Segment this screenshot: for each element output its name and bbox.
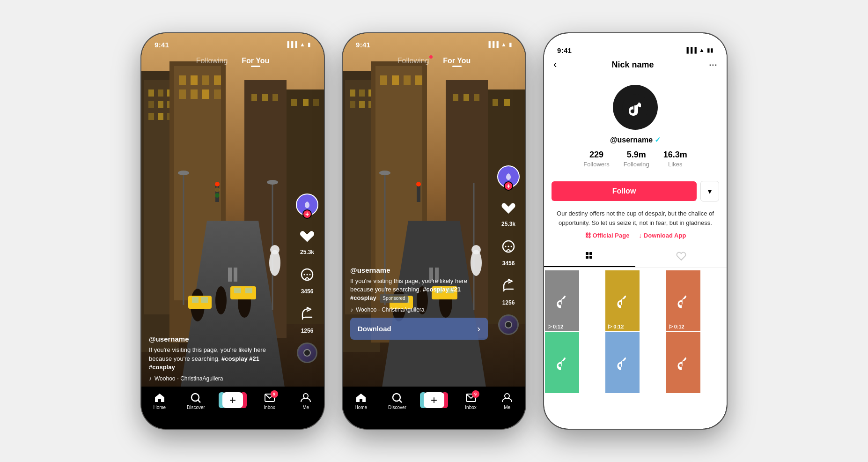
status-bar-3: 9:41 ▐▐▐ ▲ ▮▮	[544, 40, 727, 60]
nav-discover-2[interactable]: Discover	[385, 392, 409, 410]
svg-point-96	[416, 182, 421, 186]
official-page-text: Official Page	[593, 232, 630, 239]
svg-rect-67	[350, 101, 355, 108]
tab-following-1[interactable]: Following	[196, 57, 228, 65]
tab-foryou-2[interactable]: For You	[443, 57, 471, 65]
comment-icon-1	[296, 264, 318, 286]
svg-rect-10	[158, 113, 163, 120]
svg-point-54	[304, 274, 305, 276]
tab-foryou-1[interactable]: For You	[242, 57, 269, 65]
status-time-2: 9:41	[356, 41, 370, 49]
share-action-2[interactable]: 1256	[497, 275, 520, 306]
nav-inbox-2[interactable]: 9 Inbox	[459, 392, 483, 410]
phone-2: 9:41 ▐▐▐ ▲ ▮ Following For You	[343, 33, 525, 429]
video-thumb-4[interactable]	[545, 332, 579, 393]
nav-inbox-1[interactable]: 9 Inbox	[258, 392, 281, 410]
nav-discover-1[interactable]: Discover	[184, 392, 207, 410]
svg-rect-112	[586, 252, 588, 255]
svg-rect-28	[303, 99, 309, 106]
svg-rect-21	[214, 89, 221, 99]
nav-me-1[interactable]: Me	[294, 392, 317, 410]
svg-point-101	[471, 245, 481, 254]
tab-following-2[interactable]: Following	[397, 57, 429, 65]
bottom-nav-2: Home Discover + 9 Inbox	[343, 387, 525, 429]
like-action-1[interactable]: 25.3k	[296, 224, 318, 255]
home-icon-2	[355, 392, 367, 403]
following-label: Following	[624, 161, 649, 168]
svg-rect-75	[415, 75, 422, 85]
video-duration-2: ▷ 0:12	[608, 323, 624, 329]
tiktok-thumb-icon-5	[613, 353, 632, 372]
svg-rect-79	[463, 94, 469, 101]
svg-rect-18	[179, 89, 186, 99]
stat-followers: 229 Followers	[583, 150, 610, 168]
me-icon-2	[501, 392, 513, 403]
video-thumb-1[interactable]: ▷ 0:12	[545, 270, 579, 331]
svg-rect-9	[148, 113, 154, 120]
creator-avatar-1[interactable]: +	[296, 194, 318, 216]
me-icon-1	[300, 392, 311, 403]
share-count-2: 1256	[502, 299, 515, 306]
svg-rect-29	[313, 99, 319, 106]
comment-action-2[interactable]: 3456	[497, 236, 520, 267]
svg-point-45	[215, 193, 220, 198]
creator-avatar-2[interactable]: +	[497, 165, 520, 188]
svg-point-57	[191, 394, 199, 401]
svg-point-105	[508, 246, 509, 247]
right-actions-1: + 25.3k	[296, 194, 318, 363]
music-note-icon-1: ♪	[149, 375, 152, 382]
tab-liked[interactable]	[635, 246, 727, 267]
nav-home-label-2: Home	[354, 405, 367, 410]
svg-point-56	[309, 274, 311, 276]
battery-icon-3: ▮▮	[707, 47, 714, 53]
nav-home-2[interactable]: Home	[349, 392, 373, 410]
download-banner-2[interactable]: Download ›	[350, 318, 488, 340]
discover-icon-1	[190, 392, 201, 403]
svg-point-60	[303, 394, 308, 398]
video-username-2[interactable]: @username	[350, 266, 488, 274]
nav-tabs-1: Following For You	[141, 57, 324, 65]
links-row: ⛓ Official Page ↓ Download App	[544, 232, 727, 239]
svg-point-47	[178, 171, 189, 175]
svg-rect-80	[474, 94, 479, 101]
like-action-2[interactable]: 25.3k	[497, 196, 520, 227]
video-username-1[interactable]: @username	[149, 335, 287, 343]
nav-home-1[interactable]: Home	[148, 392, 171, 410]
svg-point-104	[505, 246, 507, 247]
download-arrow-2: ›	[477, 323, 480, 334]
nav-plus-1[interactable]: +	[221, 392, 245, 408]
video-caption-1: If you're visiting this page, you're lik…	[149, 346, 287, 372]
right-actions-2: + 25.3k	[497, 165, 520, 335]
tab-videos[interactable]	[544, 246, 635, 267]
bottom-nav-1: Home Discover + 9 Inbox	[141, 387, 324, 429]
bottom-info-2: @username If you're visiting this page, …	[350, 266, 488, 340]
videos-tab-icon	[585, 251, 595, 261]
music-row-2: ♪ Woohoo - ChristinaAguilera	[350, 306, 488, 313]
svg-rect-115	[589, 256, 592, 259]
svg-rect-14	[179, 75, 186, 85]
video-thumb-6[interactable]	[666, 332, 700, 393]
music-disc-2	[498, 314, 519, 335]
svg-rect-16	[202, 75, 209, 85]
inbox-badge-dot-2: 9	[472, 390, 479, 398]
video-thumb-2[interactable]: ▷ 0:12	[605, 270, 640, 331]
svg-point-55	[307, 274, 308, 276]
video-thumb-3[interactable]: ▷ 0:12	[666, 270, 700, 331]
svg-point-110	[505, 394, 509, 398]
inbox-icon-2: 9	[465, 392, 477, 403]
nav-plus-2[interactable]: +	[422, 392, 446, 408]
follow-button[interactable]: Follow	[552, 181, 697, 201]
comment-action-1[interactable]: 3456	[296, 264, 318, 295]
share-action-1[interactable]: 1256	[296, 303, 318, 334]
status-time-3: 9:41	[557, 46, 572, 54]
status-icons-2: ▐▐▐ ▲ ▮	[487, 41, 512, 48]
download-app-link[interactable]: ↓ Download App	[639, 232, 686, 239]
svg-rect-32	[234, 268, 237, 282]
official-page-link[interactable]: ⛓ Official Page	[585, 232, 630, 239]
profile-avatar[interactable]	[613, 85, 658, 130]
video-thumb-5[interactable]	[605, 332, 640, 393]
profile-avatar-section: @username ✓ 229 Followers 5.9m Following…	[544, 75, 727, 181]
status-icons-1: ▐▐▐ ▲ ▮	[286, 41, 311, 48]
nav-me-2[interactable]: Me	[495, 392, 519, 410]
dropdown-button[interactable]: ▾	[700, 181, 719, 201]
